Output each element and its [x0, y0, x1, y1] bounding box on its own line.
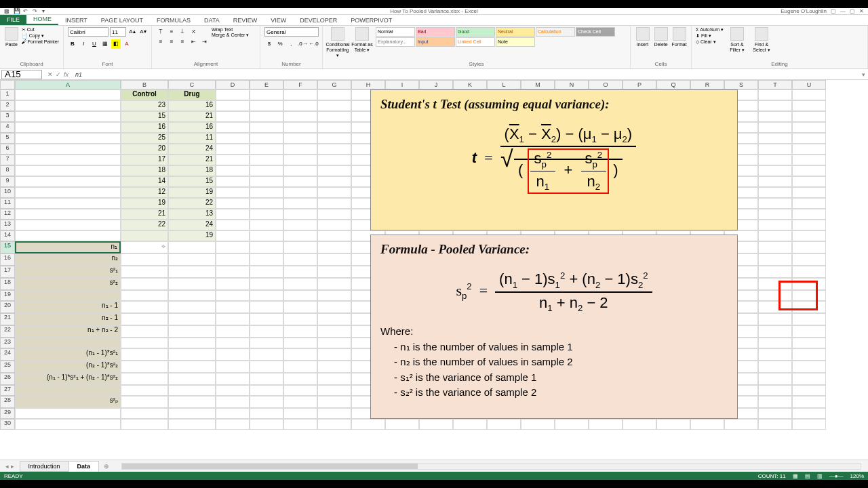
cell-style-option[interactable]: Explanatory...: [376, 37, 415, 47]
cell[interactable]: [758, 144, 792, 155]
cell[interactable]: [168, 338, 216, 348]
enter-icon[interactable]: ✓: [56, 71, 61, 78]
row-header[interactable]: 26: [0, 373, 15, 385]
cell[interactable]: [15, 133, 121, 144]
column-header[interactable]: U: [792, 80, 826, 89]
cell[interactable]: [317, 266, 351, 278]
cell[interactable]: 12: [121, 187, 168, 198]
tab-developer[interactable]: DEVELOPER: [293, 16, 344, 25]
cell[interactable]: [283, 313, 317, 325]
cell[interactable]: [792, 209, 826, 220]
cell[interactable]: [250, 361, 283, 373]
cell[interactable]: [758, 313, 792, 325]
cell[interactable]: [419, 419, 453, 430]
cell[interactable]: 11: [168, 133, 216, 144]
cell[interactable]: [758, 419, 792, 430]
cell[interactable]: [283, 266, 317, 278]
cell-style-option[interactable]: Linked Cell: [456, 37, 495, 47]
row-header[interactable]: 1: [0, 89, 15, 100]
cell[interactable]: [317, 348, 351, 361]
row-header[interactable]: 4: [0, 122, 15, 133]
row-header[interactable]: 17: [0, 266, 15, 278]
cell[interactable]: [792, 325, 826, 338]
cell[interactable]: [521, 419, 555, 430]
cell[interactable]: [283, 348, 317, 361]
cell[interactable]: [250, 155, 283, 165]
zoom-level[interactable]: 120%: [850, 473, 864, 479]
indent-inc-icon[interactable]: ⇥: [199, 37, 209, 47]
cell[interactable]: [216, 348, 250, 361]
cell[interactable]: [250, 253, 283, 266]
cell[interactable]: 16: [121, 122, 168, 133]
cell[interactable]: [283, 198, 317, 209]
cell[interactable]: [250, 241, 283, 253]
decrease-font-icon[interactable]: A▾: [138, 27, 148, 37]
format-cells-button[interactable]: Format: [671, 27, 687, 47]
cell[interactable]: 15: [121, 111, 168, 122]
cell[interactable]: 19: [168, 230, 216, 241]
cell[interactable]: [317, 89, 351, 100]
cell[interactable]: [283, 290, 317, 301]
cell[interactable]: [317, 176, 351, 187]
cell[interactable]: [317, 220, 351, 230]
cell[interactable]: [317, 155, 351, 165]
cell[interactable]: [250, 278, 283, 290]
cell[interactable]: [283, 419, 317, 430]
cell[interactable]: [317, 122, 351, 133]
tab-insert[interactable]: INSERT: [58, 16, 94, 25]
fx-icon[interactable]: fx: [64, 71, 68, 78]
column-header[interactable]: T: [758, 80, 792, 89]
cell[interactable]: [792, 89, 826, 100]
cell[interactable]: [168, 385, 216, 396]
cell[interactable]: [216, 290, 250, 301]
cell[interactable]: [216, 176, 250, 187]
cell[interactable]: [121, 266, 168, 278]
cell[interactable]: [216, 220, 250, 230]
sheet-nav-buttons[interactable]: ◂ ▸: [0, 463, 20, 470]
cell[interactable]: 19: [168, 187, 216, 198]
cell[interactable]: [758, 408, 792, 419]
cell[interactable]: [283, 301, 317, 313]
cell[interactable]: [168, 313, 216, 325]
conditional-formatting-button[interactable]: Conditional Formatting ▾: [327, 27, 349, 58]
formula-input[interactable]: [73, 70, 859, 79]
cell[interactable]: [758, 338, 792, 348]
cell[interactable]: [216, 373, 250, 385]
cell[interactable]: [792, 241, 826, 253]
column-header[interactable]: O: [589, 80, 623, 89]
cell[interactable]: [15, 176, 121, 187]
row-header[interactable]: 30: [0, 419, 15, 430]
cell[interactable]: [283, 408, 317, 419]
cell-style-option[interactable]: Calculation: [536, 27, 575, 37]
cell[interactable]: [250, 385, 283, 396]
sheet-tab-introduction[interactable]: Introduction: [20, 461, 69, 472]
tab-pagelayout[interactable]: PAGE LAYOUT: [94, 16, 150, 25]
cell[interactable]: 20: [121, 144, 168, 155]
column-header[interactable]: L: [487, 80, 521, 89]
cell[interactable]: [283, 165, 317, 176]
cell[interactable]: [216, 408, 250, 419]
inc-decimal-icon[interactable]: .0→: [297, 39, 307, 49]
cell[interactable]: 21: [168, 155, 216, 165]
row-header[interactable]: 12: [0, 209, 15, 220]
cell[interactable]: [792, 165, 826, 176]
cell[interactable]: [317, 198, 351, 209]
cell[interactable]: [168, 325, 216, 338]
view-layout-icon[interactable]: ▤: [805, 473, 810, 479]
cell[interactable]: [317, 165, 351, 176]
file-tab[interactable]: FILE: [0, 14, 26, 25]
tab-view[interactable]: VIEW: [264, 16, 293, 25]
cell[interactable]: s²₁: [15, 266, 121, 278]
cell[interactable]: [15, 89, 121, 100]
number-format-input[interactable]: [264, 27, 319, 37]
column-header[interactable]: R: [690, 80, 724, 89]
cell[interactable]: [121, 230, 168, 241]
column-header[interactable]: K: [453, 80, 487, 89]
wrap-text-button[interactable]: Wrap Text: [212, 27, 249, 32]
cell[interactable]: [283, 187, 317, 198]
cell[interactable]: [216, 361, 250, 373]
cell[interactable]: [216, 122, 250, 133]
tab-formulas[interactable]: FORMULAS: [150, 16, 197, 25]
format-as-table-button[interactable]: Format as Table ▾: [351, 27, 373, 53]
tab-home[interactable]: HOME: [26, 14, 58, 25]
